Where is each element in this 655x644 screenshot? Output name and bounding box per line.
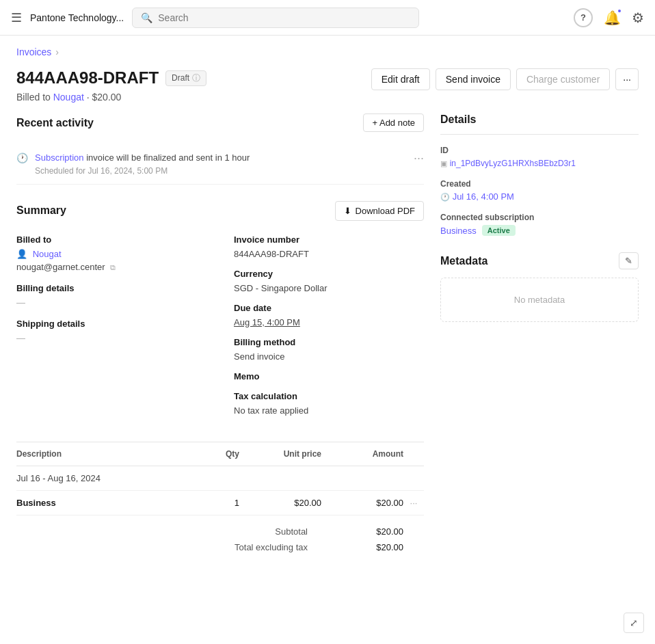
active-badge: Active — [482, 225, 516, 236]
table-header: Description Qty Unit price Amount — [16, 442, 424, 466]
activity-more-icon[interactable]: ··· — [414, 151, 424, 165]
breadcrumb: Invoices › — [0, 36, 655, 63]
main-left: Recent activity + Add note 🕐 Subscriptio… — [16, 113, 424, 563]
breadcrumb-invoices[interactable]: Invoices — [16, 46, 51, 57]
menu-icon[interactable]: ☰ — [11, 10, 22, 25]
billed-to-label: Billed to — [16, 234, 206, 245]
details-panel: Details ID ▣ in_1PdBvyLyzG1HRXhsBEbzD3r1… — [440, 113, 639, 236]
total-excl-tax-row: Total excluding tax $20.00 — [16, 539, 424, 555]
id-icon: ▣ — [440, 159, 447, 167]
subtotal-row: Subtotal $20.00 — [16, 524, 424, 539]
id-link[interactable]: in_1PdBvyLyzG1HRXhsBEbzD3r1 — [450, 159, 576, 168]
search-input[interactable] — [158, 12, 410, 23]
table-row: Business 1 $20.00 $20.00 ··· — [16, 491, 424, 515]
charge-customer-button[interactable]: Charge customer — [516, 68, 610, 90]
col-actions — [403, 449, 424, 459]
activity-content: Subscription invoice will be finalized a… — [35, 151, 407, 176]
subscription-row: Business Active — [440, 225, 639, 236]
summary-header: Summary ⬇ Download PDF — [16, 201, 424, 221]
billing-method-value: Send invoice — [234, 351, 424, 362]
col-amount: Amount — [321, 449, 403, 459]
copy-email-icon[interactable]: ⧉ — [110, 263, 116, 271]
main-right: Details ID ▣ in_1PdBvyLyzG1HRXhsBEbzD3r1… — [440, 113, 639, 563]
shipping-details-value: — — [16, 333, 206, 343]
details-title: Details — [440, 113, 639, 135]
due-date-row: Due date Aug 15, 4:00 PM — [234, 303, 424, 327]
clock-icon: 🕐 — [440, 193, 450, 201]
summary-grid: Billed to 👤 Nougat nougat@garnet.center … — [16, 234, 424, 425]
email-text: nougat@garnet.center — [16, 262, 105, 272]
tax-label: Tax calculation — [234, 391, 424, 401]
customer-name-link[interactable]: Nougat — [33, 249, 62, 259]
customer-link[interactable]: Nougat — [53, 92, 84, 103]
due-date-label: Due date — [234, 303, 424, 313]
memo-label: Memo — [234, 371, 424, 381]
draft-label: Draft — [172, 73, 189, 83]
breadcrumb-separator: › — [55, 46, 59, 57]
download-icon: ⬇ — [344, 206, 351, 216]
recent-activity-title: Recent activity — [16, 117, 94, 129]
shipping-details-section: Shipping details — — [16, 319, 206, 343]
metadata-header: Metadata ✎ — [440, 252, 639, 269]
invoice-number-row: Invoice number 844AAA98-DRAFT — [234, 234, 424, 259]
metadata-title: Metadata — [440, 255, 487, 267]
header-actions: Edit draft Send invoice Charge customer … — [371, 68, 639, 90]
tax-value: No tax rate applied — [234, 405, 424, 416]
search-bar[interactable]: 🔍 — [132, 8, 419, 28]
subtotal-value: $20.00 — [321, 526, 403, 537]
item-description: Business — [16, 498, 185, 508]
more-actions-button[interactable]: ··· — [615, 68, 639, 90]
col-unit-price: Unit price — [239, 449, 321, 459]
topnav: ☰ Pantone Technology... 🔍 ? 🔔 ⚙ — [0, 0, 655, 36]
help-icon[interactable]: ? — [574, 8, 593, 27]
edit-draft-button[interactable]: Edit draft — [371, 68, 430, 90]
header-amount: $20.00 — [92, 92, 122, 103]
notifications-icon[interactable]: 🔔 — [604, 10, 621, 26]
activity-time: Scheduled for Jul 16, 2024, 5:00 PM — [35, 166, 407, 176]
billed-to-customer: 👤 Nougat — [16, 249, 206, 259]
invoice-number-label: Invoice number — [234, 234, 424, 245]
billing-method-label: Billing method — [234, 337, 424, 347]
page-header: 844AAA98-DRAFT Draft ⓘ Billed to Nougat … — [0, 63, 655, 113]
send-invoice-button[interactable]: Send invoice — [436, 68, 511, 90]
settings-icon[interactable]: ⚙ — [632, 10, 644, 26]
subscription-link[interactable]: Subscription — [35, 152, 84, 163]
metadata-edit-button[interactable]: ✎ — [619, 252, 639, 269]
item-unit-price: $20.00 — [239, 498, 321, 508]
id-value: ▣ in_1PdBvyLyzG1HRXhsBEbzD3r1 — [440, 158, 639, 168]
page-title: 844AAA98-DRAFT — [16, 68, 159, 88]
customer-icon: 👤 — [16, 249, 27, 259]
metadata-panel: Metadata ✎ No metadata — [440, 252, 639, 322]
download-pdf-button[interactable]: ⬇ Download PDF — [335, 201, 424, 221]
draft-badge: Draft ⓘ — [165, 70, 206, 86]
col-qty: Qty — [185, 449, 239, 459]
item-qty: 1 — [185, 498, 239, 508]
total-excl-tax-value: $20.00 — [321, 542, 403, 552]
billed-to-prefix: Billed to — [16, 92, 51, 103]
line-items-table: Description Qty Unit price Amount Jul 16… — [16, 442, 424, 515]
customer-email: nougat@garnet.center ⧉ — [16, 262, 206, 272]
activity-item: 🕐 Subscription invoice will be finalized… — [16, 143, 424, 185]
currency-row: Currency SGD - Singapore Dollar — [234, 269, 424, 293]
summary-col-left: Billed to 👤 Nougat nougat@garnet.center … — [16, 234, 206, 425]
table-group-header: Jul 16 - Aug 16, 2024 — [16, 466, 424, 491]
created-value: 🕐 Jul 16, 4:00 PM — [440, 191, 639, 202]
created-link[interactable]: Jul 16, 4:00 PM — [453, 191, 514, 202]
due-date-value: Aug 15, 4:00 PM — [234, 317, 424, 327]
connected-subscription-label: Connected subscription — [440, 213, 639, 222]
draft-info-icon: ⓘ — [192, 72, 200, 84]
subtotal-label: Subtotal — [185, 526, 321, 537]
summary-col-right: Invoice number 844AAA98-DRAFT Currency S… — [234, 234, 424, 425]
title-row: 844AAA98-DRAFT Draft ⓘ — [16, 68, 360, 88]
recent-activity-header: Recent activity + Add note — [16, 113, 424, 132]
activity-text: Subscription invoice will be finalized a… — [35, 151, 407, 165]
billing-details-section: Billing details — — [16, 283, 206, 308]
add-note-button[interactable]: + Add note — [363, 113, 424, 132]
item-amount: $20.00 — [321, 498, 403, 508]
nav-actions: ? 🔔 ⚙ — [574, 8, 644, 27]
item-more-icon[interactable]: ··· — [403, 498, 424, 508]
download-label: Download PDF — [356, 206, 415, 216]
app-title: Pantone Technology... — [30, 12, 124, 23]
subscription-business-link[interactable]: Business — [440, 226, 477, 236]
billing-details-label: Billing details — [16, 283, 206, 293]
